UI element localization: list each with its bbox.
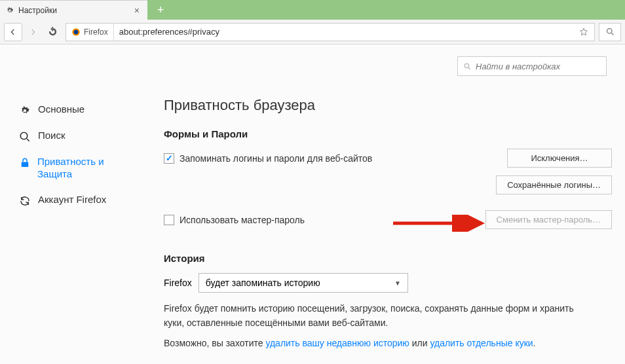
lock-icon <box>18 156 31 169</box>
checkbox-label: Использовать мастер-пароль <box>180 215 305 225</box>
exceptions-button[interactable]: Исключения… <box>507 149 612 168</box>
checkbox-label: Запоминать логины и пароли для веб-сайто… <box>180 153 372 164</box>
svg-point-1 <box>74 29 79 34</box>
firefox-icon <box>71 27 81 37</box>
gear-icon <box>18 103 31 117</box>
svg-line-7 <box>27 139 29 141</box>
svg-line-3 <box>611 33 613 35</box>
tab-settings[interactable]: Настройки × <box>0 0 147 20</box>
sidebar-item-label: Приватность и Защита <box>37 156 136 181</box>
clear-individual-cookies-link[interactable]: удалить отдельные куки <box>430 338 533 348</box>
history-prefix-label: Firefox <box>164 278 192 288</box>
sidebar-item-label: Поиск <box>38 130 66 142</box>
sidebar-item-label: Аккаунт Firefox <box>38 194 106 206</box>
search-icon <box>463 62 472 71</box>
tab-bar: Настройки × + <box>0 0 625 20</box>
sidebar-item-label: Основные <box>38 103 85 116</box>
remember-logins-checkbox[interactable]: Запоминать логины и пароли для веб-сайто… <box>164 153 372 164</box>
content-area: Основные Поиск Приватность и Защита Акка… <box>0 45 625 364</box>
select-value: будет запоминать историю <box>206 278 320 288</box>
search-icon <box>18 130 31 143</box>
change-master-password-button[interactable]: Сменить мастер-пароль… <box>485 210 612 229</box>
svg-line-5 <box>468 67 470 69</box>
svg-point-2 <box>607 29 612 34</box>
svg-rect-8 <box>21 162 28 168</box>
svg-point-4 <box>464 64 469 68</box>
bookmark-star-icon[interactable] <box>573 27 594 37</box>
url-bar[interactable]: Firefox <box>66 23 595 41</box>
settings-search-input[interactable] <box>476 62 601 71</box>
main-panel: Приватность браузера Формы и Пароли Запо… <box>164 97 612 351</box>
tab-title: Настройки <box>18 6 132 15</box>
svg-point-6 <box>20 132 28 139</box>
back-button[interactable] <box>4 23 22 41</box>
sidebar-item-general[interactable]: Основные <box>18 97 136 123</box>
history-mode-select[interactable]: будет запоминать историю ▼ <box>199 273 408 293</box>
sidebar-item-search[interactable]: Поиск <box>18 123 136 149</box>
sidebar-item-privacy[interactable]: Приватность и Защита <box>18 149 136 187</box>
gear-icon <box>5 6 14 15</box>
history-description-2: Возможно, вы захотите удалить вашу недав… <box>164 337 583 351</box>
close-icon[interactable]: × <box>132 5 142 16</box>
nav-bar: Firefox <box>0 20 625 45</box>
reload-button[interactable] <box>43 23 62 41</box>
history-description-1: Firefox будет помнить историю посещений,… <box>164 302 583 330</box>
new-tab-button[interactable]: + <box>150 0 171 20</box>
forward-button[interactable] <box>24 23 42 41</box>
checkbox-icon <box>164 215 174 225</box>
sync-icon <box>18 194 31 207</box>
clear-recent-history-link[interactable]: удалить вашу недавнюю историю <box>265 338 409 348</box>
saved-logins-button[interactable]: Сохранённые логины… <box>496 175 612 194</box>
url-identity[interactable]: Firefox <box>66 24 114 41</box>
master-password-checkbox[interactable]: Использовать мастер-пароль <box>164 215 305 225</box>
chevron-down-icon: ▼ <box>394 280 401 287</box>
identity-label: Firefox <box>84 27 108 37</box>
checkbox-icon <box>164 153 174 164</box>
url-input[interactable] <box>114 24 573 41</box>
search-button[interactable] <box>599 23 621 41</box>
settings-search[interactable] <box>457 56 607 76</box>
history-section-title: История <box>164 253 612 264</box>
forms-section-title: Формы и Пароли <box>164 128 612 139</box>
page-heading: Приватность браузера <box>164 97 612 114</box>
sidebar: Основные Поиск Приватность и Защита Акка… <box>18 97 136 213</box>
sidebar-item-account[interactable]: Аккаунт Firefox <box>18 187 136 213</box>
